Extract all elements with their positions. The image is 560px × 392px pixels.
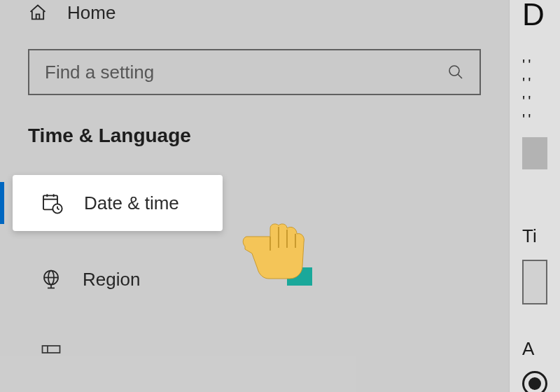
content-pane: D '' '' '' '' Ti A: [509, 0, 560, 392]
home-icon: [28, 3, 48, 22]
search-placeholder: Find a setting: [45, 62, 154, 83]
settings-sidebar: Home Find a setting Time & Language: [0, 0, 509, 392]
sidebar-item-date-time[interactable]: Date & time: [13, 175, 223, 231]
calendar-clock-icon: [41, 192, 63, 214]
globe-icon: [41, 269, 62, 290]
pointing-hand-icon: [237, 218, 321, 298]
radio-partial[interactable]: [522, 371, 547, 392]
unknown-icon: [41, 344, 62, 354]
content-label-fragment-2: A: [522, 338, 547, 360]
svg-line-8: [57, 209, 59, 209]
dropdown-partial[interactable]: [522, 260, 547, 304]
sidebar-item-partial[interactable]: [0, 325, 509, 374]
home-label: Home: [67, 2, 115, 24]
content-text-fragment: '' '' '' '': [522, 56, 547, 129]
svg-line-1: [458, 74, 462, 78]
search-icon: [447, 64, 464, 80]
page-title: D: [522, 0, 547, 32]
toggle-partial[interactable]: [522, 137, 547, 169]
content-label-fragment: Ti: [522, 225, 547, 247]
search-input[interactable]: Find a setting: [28, 49, 481, 95]
sidebar-item-label: Region: [83, 269, 140, 290]
sidebar-item-home[interactable]: Home: [0, 0, 509, 29]
section-title: Time & Language: [28, 125, 481, 147]
svg-rect-14: [43, 346, 60, 353]
sidebar-item-label: Date & time: [84, 192, 179, 214]
svg-point-0: [449, 66, 459, 76]
